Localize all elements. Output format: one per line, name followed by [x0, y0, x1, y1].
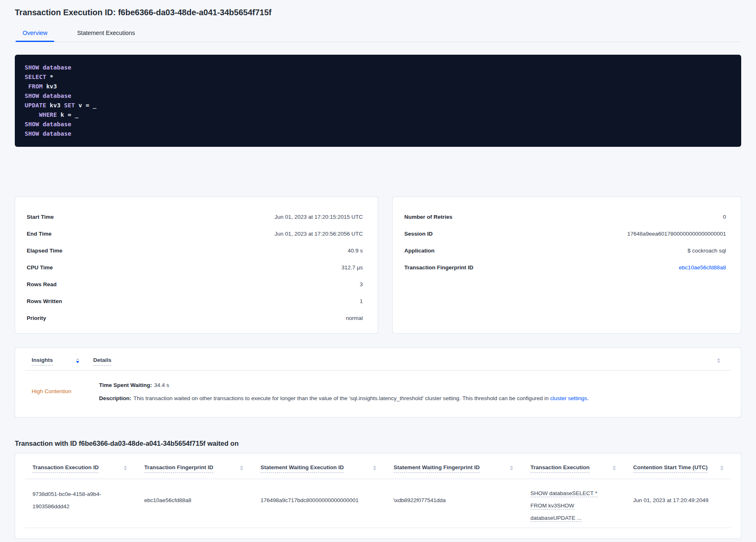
summary-row: Transaction Fingerprint ID ebc10ae56cfd8…	[404, 259, 726, 276]
cluster-settings-link[interactable]: cluster settings	[550, 395, 587, 401]
column-label[interactable]: Transaction Execution	[530, 464, 590, 473]
session-summary-card: Number of Retries 0 Session ID 17648a9ee…	[392, 197, 741, 334]
statement-link-line[interactable]: FROM kv3SHOW	[530, 503, 574, 510]
description-text: This transaction waited on other transac…	[134, 395, 550, 401]
session-id-value: 17648a9eea6017800000000000000001	[627, 231, 726, 237]
column-label[interactable]: Statement Waiting Execution ID	[260, 464, 344, 473]
column-header-contention-start-time: Contention Start Time (UTC)	[633, 464, 741, 473]
rows-written-value: 1	[360, 298, 363, 304]
insight-details: Time Spent Waiting:34.4 s Description:Th…	[99, 381, 589, 403]
summary-label: Session ID	[404, 231, 433, 237]
divider	[25, 528, 731, 528]
page-title: Transaction Execution ID: f6be6366-da03-…	[15, 0, 741, 17]
summary-label: Rows Read	[27, 281, 57, 287]
cell-transaction-execution-link[interactable]: SHOW databaseSELECT * FROM kv3SHOW datab…	[530, 487, 633, 524]
summary-label: Priority	[27, 315, 46, 321]
insights-column-header[interactable]: Insights	[32, 357, 53, 366]
statement-link-line[interactable]: SHOW databaseSELECT *	[530, 490, 597, 497]
summary-row: Elapsed Time 40.9 s	[27, 242, 363, 259]
column-header-statement-waiting-execution-id: Statement Waiting Execution ID	[260, 464, 394, 473]
sql-statements-box: SHOW databaseSELECT * FROM kv3SHOW datab…	[15, 55, 741, 147]
cell-statement-waiting-fingerprint-id: \xdb8922f077541dda	[394, 487, 530, 524]
sort-icon[interactable]	[240, 466, 243, 470]
cell-transaction-fingerprint-id: ebc10ae56cfd88a8	[144, 487, 260, 524]
insight-badge: High Contention	[32, 381, 99, 403]
sort-icon[interactable]	[613, 466, 616, 470]
tab-overview[interactable]: Overview	[16, 30, 54, 42]
details-column-header[interactable]: Details	[93, 357, 111, 366]
application-value: $ cockroach sql	[687, 248, 726, 254]
waiting-label: Time Spent Waiting:	[99, 382, 152, 388]
tab-statement-executions-label: Statement Executions	[77, 30, 135, 36]
summary-row: Application $ cockroach sql	[404, 242, 726, 259]
column-label[interactable]: Transaction Fingerprint ID	[144, 464, 213, 473]
table-row: 9738d051-bc0e-4158-a9b4-1903586ddd42 ebc…	[15, 479, 741, 524]
sort-icon[interactable]	[717, 358, 720, 363]
cpu-time-value: 312.7 µs	[341, 264, 363, 271]
summary-row: Rows Written 1	[27, 293, 363, 310]
retries-value: 0	[723, 214, 726, 220]
start-time-value: Jun 01, 2023 at 17:20:15:2015 UTC	[274, 214, 363, 220]
description-label: Description:	[99, 395, 131, 401]
sort-icon[interactable]	[373, 466, 376, 470]
summary-row: Number of Retries 0	[404, 208, 726, 225]
sort-icon[interactable]	[124, 466, 127, 470]
elapsed-time-value: 40.9 s	[348, 248, 363, 254]
summary-row: Start Time Jun 01, 2023 at 17:20:15:2015…	[27, 208, 363, 225]
insight-row: High Contention Time Spent Waiting:34.4 …	[15, 371, 741, 403]
summary-label: Start Time	[27, 214, 54, 220]
insights-table-header: Insights Details	[15, 348, 741, 366]
summary-label: Elapsed Time	[27, 248, 62, 254]
summary-row: CPU Time 312.7 µs	[27, 259, 363, 276]
summary-row: End Time Jun 01, 2023 at 17:20:56:2056 U…	[27, 225, 363, 242]
summary-label: Transaction Fingerprint ID	[404, 264, 473, 271]
waited-on-table-card: Transaction Execution ID Transaction Fin…	[15, 453, 741, 539]
column-header-transaction-execution-id: Transaction Execution ID	[32, 464, 144, 473]
rows-read-value: 3	[360, 281, 363, 287]
summary-label: End Time	[27, 231, 52, 237]
summary-row: Priority normal	[27, 310, 363, 327]
column-label[interactable]: Transaction Execution ID	[32, 464, 99, 473]
statement-link-line[interactable]: databaseUPDATE ...	[530, 515, 581, 522]
summary-cards-row: Start Time Jun 01, 2023 at 17:20:15:2015…	[15, 197, 741, 334]
waited-on-table-header: Transaction Execution ID Transaction Fin…	[15, 454, 741, 473]
insight-description: Description:This transaction waited on o…	[99, 394, 589, 403]
waiting-value: 34.4 s	[154, 382, 169, 388]
summary-row: Rows Read 3	[27, 276, 363, 293]
tab-overview-label: Overview	[23, 30, 47, 36]
summary-label: Application	[404, 248, 435, 254]
column-label[interactable]: Contention Start Time (UTC)	[633, 464, 708, 473]
priority-value: normal	[346, 315, 363, 321]
summary-label: Number of Retries	[404, 214, 452, 220]
column-header-transaction-fingerprint-id: Transaction Fingerprint ID	[144, 464, 260, 473]
cell-contention-start-time: Jun 01, 2023 at 17:20:49:2049	[633, 487, 741, 524]
transaction-fingerprint-link[interactable]: ebc10ae56cfd88a8	[679, 264, 726, 271]
summary-label: Rows Written	[27, 298, 62, 304]
summary-label: CPU Time	[27, 264, 53, 271]
waited-on-heading: Transaction with ID f6be6366-da03-48de-a…	[15, 440, 741, 447]
end-time-value: Jun 01, 2023 at 17:20:56:2056 UTC	[274, 231, 363, 237]
sort-icon[interactable]	[76, 358, 79, 363]
time-spent-waiting: Time Spent Waiting:34.4 s	[99, 381, 589, 389]
transaction-details-page: Transaction Execution ID: f6be6366-da03-…	[0, 0, 756, 539]
sort-icon[interactable]	[720, 466, 724, 470]
tab-statement-executions[interactable]: Statement Executions	[70, 30, 142, 42]
cell-transaction-execution-id: 9738d051-bc0e-4158-a9b4-1903586ddd42	[32, 487, 144, 524]
timing-summary-card: Start Time Jun 01, 2023 at 17:20:15:2015…	[15, 197, 378, 334]
summary-row: Session ID 17648a9eea6017800000000000000…	[404, 225, 726, 242]
sort-icon[interactable]	[510, 466, 513, 470]
tab-bar: Overview Statement Executions	[15, 30, 741, 42]
description-end: .	[587, 395, 589, 401]
insights-table-card: Insights Details High Contention Time Sp…	[15, 347, 741, 417]
column-label[interactable]: Statement Waiting Fingerprint ID	[394, 464, 480, 473]
cell-statement-waiting-execution-id: 176498a9c717bdc80000000000000001	[260, 487, 394, 524]
column-header-transaction-execution: Transaction Execution	[530, 464, 633, 473]
column-header-statement-waiting-fingerprint-id: Statement Waiting Fingerprint ID	[394, 464, 530, 473]
